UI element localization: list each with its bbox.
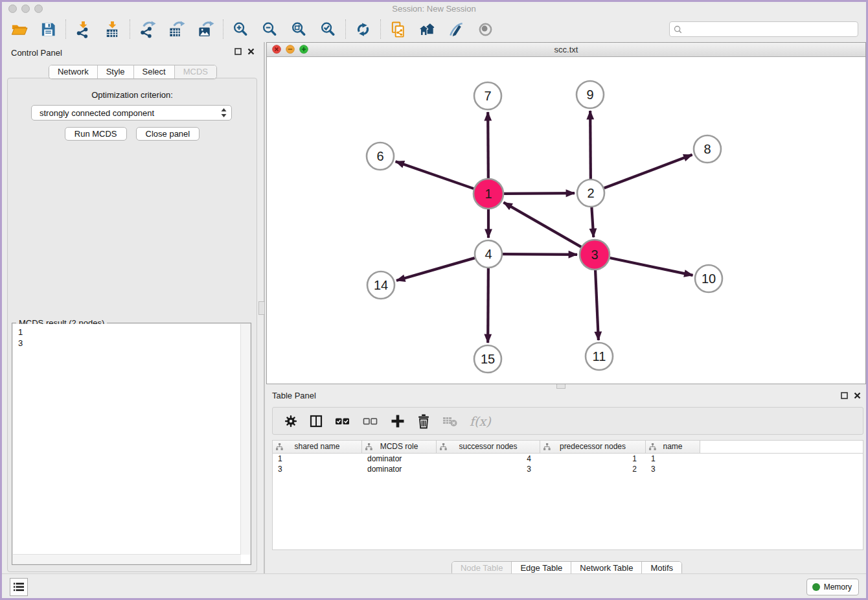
close-panel-icon[interactable] xyxy=(247,48,255,55)
birds-eye-view-icon[interactable] xyxy=(477,21,494,38)
column-sort-icon[interactable] xyxy=(649,443,656,450)
save-session-icon[interactable] xyxy=(40,21,57,38)
column-header-successor-nodes[interactable]: successor nodes xyxy=(437,441,540,453)
import-table-icon[interactable] xyxy=(104,21,121,38)
result-vertical-scrollbar[interactable] xyxy=(240,324,250,555)
first-neighbors-icon[interactable] xyxy=(418,21,436,38)
tab-network-table[interactable]: Network Table xyxy=(571,562,642,575)
graph-edge-2-3[interactable] xyxy=(591,207,593,237)
column-header-predecessor-nodes[interactable]: predecessor nodes xyxy=(540,441,646,453)
table-cell[interactable]: 3 xyxy=(437,464,540,474)
zoom-fit-icon[interactable] xyxy=(290,21,308,38)
graph-edge-4-15[interactable] xyxy=(488,268,488,343)
refresh-icon[interactable] xyxy=(354,21,372,38)
graph-edge-4-14[interactable] xyxy=(396,258,475,281)
tab-network[interactable]: Network xyxy=(49,65,98,78)
table-settings-icon[interactable] xyxy=(284,414,298,428)
mcds-result-textarea[interactable]: 1 3 xyxy=(13,324,250,564)
zoom-in-icon[interactable] xyxy=(232,21,249,38)
table-row[interactable]: 1dominator411 xyxy=(273,454,863,464)
column-sort-icon[interactable] xyxy=(365,443,372,450)
graph-edge-4-3[interactable] xyxy=(503,254,577,255)
table-cell[interactable]: 1 xyxy=(646,454,700,464)
add-row-icon[interactable] xyxy=(390,413,405,429)
graph-edge-1-6[interactable] xyxy=(396,161,474,189)
graph-node-4[interactable]: 4 xyxy=(475,240,502,268)
graph-edge-3-10[interactable] xyxy=(610,258,692,275)
export-network-icon[interactable] xyxy=(139,21,156,38)
network-canvas[interactable]: 7968124314101511 xyxy=(267,57,865,384)
graph-edge-2-8[interactable] xyxy=(604,155,692,188)
memory-button[interactable]: Memory xyxy=(806,579,859,595)
float-table-panel-icon[interactable] xyxy=(841,392,848,399)
table-cell[interactable]: 1 xyxy=(273,454,362,464)
export-image-icon[interactable] xyxy=(197,21,214,38)
graph-node-6[interactable]: 6 xyxy=(367,143,394,170)
tab-style[interactable]: Style xyxy=(98,65,134,78)
network-zoom-icon[interactable] xyxy=(299,45,308,54)
graph-node-8[interactable]: 8 xyxy=(694,135,721,163)
run-mcds-button[interactable]: Run MCDS xyxy=(65,127,127,141)
criterion-select[interactable]: strongly connected component xyxy=(31,105,232,121)
search-field[interactable] xyxy=(669,21,858,37)
table-cell[interactable]: 3 xyxy=(646,464,700,474)
task-history-button[interactable] xyxy=(10,578,28,596)
table-cell[interactable]: 4 xyxy=(437,454,540,464)
float-panel-icon[interactable] xyxy=(234,48,242,55)
tab-mcds[interactable]: MCDS xyxy=(175,65,216,78)
graph-edge-1-2[interactable] xyxy=(504,193,575,194)
tab-edge-table[interactable]: Edge Table xyxy=(512,562,571,575)
column-sort-icon[interactable] xyxy=(440,443,447,450)
column-sort-icon[interactable] xyxy=(543,443,551,450)
graph-node-3[interactable]: 3 xyxy=(580,240,610,270)
result-horizontal-scrollbar[interactable] xyxy=(13,554,241,564)
zoom-selected-icon[interactable] xyxy=(319,21,337,38)
column-header-name[interactable]: name xyxy=(646,441,700,453)
graph-node-10[interactable]: 10 xyxy=(695,265,722,292)
graph-node-1[interactable]: 1 xyxy=(474,179,503,209)
column-header-shared-name[interactable]: shared name xyxy=(273,441,362,453)
table-cell[interactable]: 3 xyxy=(273,464,362,474)
graph-node-14[interactable]: 14 xyxy=(367,271,394,299)
column-header-MCDS-role[interactable]: MCDS role xyxy=(362,441,437,453)
close-window-button[interactable] xyxy=(8,5,17,13)
graph-edge-2-9[interactable] xyxy=(590,111,591,179)
search-input[interactable] xyxy=(682,24,858,34)
open-session-icon[interactable] xyxy=(10,21,28,38)
tab-node-table[interactable]: Node Table xyxy=(452,562,512,575)
network-close-icon[interactable] xyxy=(272,45,281,54)
close-panel-button[interactable]: Close panel xyxy=(136,127,200,141)
graph-node-9[interactable]: 9 xyxy=(577,81,604,108)
tab-motifs[interactable]: Motifs xyxy=(642,562,681,575)
toggle-columns-icon[interactable] xyxy=(309,414,323,428)
graph-edge-1-7[interactable] xyxy=(488,112,488,178)
graph-node-2[interactable]: 2 xyxy=(577,179,604,207)
export-table-icon[interactable] xyxy=(168,21,185,38)
graph-edge-3-11[interactable] xyxy=(595,270,599,340)
network-window-titlebar[interactable]: scc.txt xyxy=(267,43,865,57)
zoom-out-icon[interactable] xyxy=(261,21,279,38)
column-sort-icon[interactable] xyxy=(276,443,283,450)
close-table-panel-icon[interactable] xyxy=(854,392,861,399)
panel-splitter-handle[interactable] xyxy=(258,301,265,315)
zoom-window-button[interactable] xyxy=(34,5,43,13)
table-cell[interactable]: 2 xyxy=(540,464,646,474)
table-toolbar: f(x) xyxy=(272,407,863,435)
graph-node-11[interactable]: 11 xyxy=(586,343,613,370)
graph-node-15[interactable]: 15 xyxy=(474,345,501,373)
unselect-all-columns-icon[interactable] xyxy=(362,414,379,428)
graph-edge-3-1[interactable] xyxy=(503,202,581,247)
table-row[interactable]: 3dominator323 xyxy=(273,464,863,474)
graph-node-7[interactable]: 7 xyxy=(474,82,501,110)
table-cell[interactable]: dominator xyxy=(362,464,437,474)
tab-select[interactable]: Select xyxy=(134,65,175,78)
table-cell[interactable]: dominator xyxy=(362,454,437,464)
hide-graphics-details-icon[interactable] xyxy=(448,21,465,38)
copy-network-icon[interactable] xyxy=(389,21,407,38)
minimize-window-button[interactable] xyxy=(21,5,30,13)
network-minimize-icon[interactable] xyxy=(286,45,295,54)
import-network-icon[interactable] xyxy=(74,21,92,38)
delete-row-icon[interactable] xyxy=(417,413,431,429)
table-cell[interactable]: 1 xyxy=(540,454,646,464)
select-all-columns-icon[interactable] xyxy=(334,414,351,428)
